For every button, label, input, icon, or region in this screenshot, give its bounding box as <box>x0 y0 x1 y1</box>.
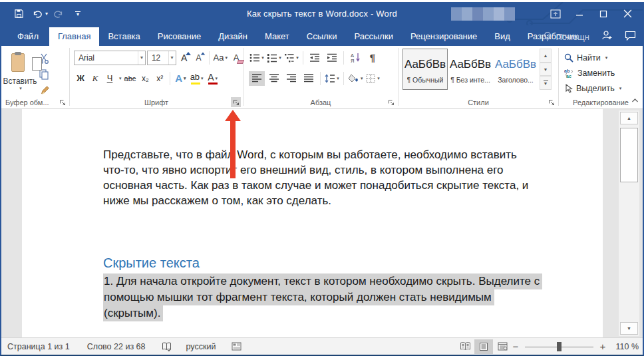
tab-view[interactable]: Вид <box>486 27 519 46</box>
font-name-combobox[interactable]: Arial ▾ <box>74 51 146 65</box>
styles-scroll-down-button[interactable]: ▼ <box>540 63 552 77</box>
selected-paragraph[interactable]: 1. Для начала откройте документ, текст в… <box>103 273 542 321</box>
print-layout-button[interactable] <box>474 339 493 354</box>
superscript-button[interactable]: x² <box>153 71 166 86</box>
align-left-button[interactable] <box>249 71 265 86</box>
font-dialog-launcher[interactable] <box>231 97 241 107</box>
redo-button[interactable] <box>51 6 67 22</box>
line-spacing-button[interactable]: ▾ <box>324 71 340 86</box>
read-mode-icon <box>460 342 471 351</box>
italic-button[interactable]: К <box>88 71 102 86</box>
undo-dropdown[interactable]: ▾ <box>45 11 48 17</box>
tab-layout[interactable]: Макет <box>256 27 298 46</box>
bullets-button[interactable]: ▾ <box>249 51 265 65</box>
clear-formatting-button[interactable]: А <box>230 51 243 65</box>
styles-dialog-launcher[interactable] <box>546 97 556 107</box>
align-center-button[interactable] <box>266 71 282 86</box>
change-case-button[interactable]: Аа▾ <box>212 51 228 65</box>
tab-references[interactable]: Ссылки <box>298 27 346 46</box>
collapse-ribbon-button[interactable] <box>631 96 639 105</box>
sort-button[interactable]: АЯ <box>347 51 363 65</box>
maximize-icon <box>599 10 607 18</box>
decrease-indent-button[interactable] <box>307 51 323 65</box>
bullet-list-icon <box>249 53 260 63</box>
undo-button[interactable] <box>29 6 45 22</box>
tab-file[interactable]: Файл <box>7 27 49 46</box>
ribbon-display-options-button[interactable] <box>546 5 565 23</box>
tab-design[interactable]: Дизайн <box>210 27 256 46</box>
underline-button[interactable]: Ч <box>103 71 116 86</box>
maximize-button[interactable] <box>593 5 613 23</box>
highlight-button[interactable]: ab▾ <box>189 71 205 86</box>
clipboard-dialog-launcher[interactable] <box>57 97 67 107</box>
zoom-level[interactable]: 110 % <box>608 342 639 351</box>
comments-button[interactable] <box>625 31 636 43</box>
word-count[interactable]: Слово 22 из 68 <box>87 342 146 351</box>
scroll-down-button[interactable]: ▼ <box>620 322 638 335</box>
chevron-down-icon: ▾ <box>605 55 608 61</box>
shrink-font-button[interactable]: А <box>192 51 206 65</box>
multilevel-list-button[interactable]: ▾ <box>283 51 299 65</box>
bold-button[interactable]: Ж <box>74 71 87 86</box>
replace-button[interactable]: abac Заменить <box>564 65 643 81</box>
justify-button[interactable] <box>301 71 317 86</box>
align-right-button[interactable] <box>283 71 299 86</box>
close-button[interactable] <box>617 5 637 23</box>
underline-dropdown[interactable]: ▾ <box>119 76 122 81</box>
paragraph-1[interactable]: Представьте, что в файл Word, с которым … <box>103 147 528 208</box>
scroll-up-button[interactable]: ▲ <box>620 112 638 124</box>
minimize-button[interactable] <box>569 5 589 23</box>
grow-font-button[interactable]: А <box>178 51 191 65</box>
save-button[interactable] <box>11 6 27 22</box>
tab-review[interactable]: Рецензирование <box>402 27 486 46</box>
style-heading1[interactable]: АаБбВв Заголово... <box>493 49 538 90</box>
proofing-book-icon <box>162 342 172 351</box>
share-button[interactable] <box>601 30 613 43</box>
styles-more-button[interactable]: ▼ <box>540 76 552 90</box>
show-formatting-marks-button[interactable]: ¶ <box>365 51 381 65</box>
find-button[interactable]: Найти ▾ <box>564 50 643 65</box>
tab-mailings[interactable]: Рассылки <box>346 27 402 46</box>
chevron-down-icon: ▾ <box>337 76 339 81</box>
font-color-button[interactable]: А▾ <box>206 71 220 86</box>
select-button[interactable]: Выделить ▾ <box>564 81 643 96</box>
numbering-button[interactable]: ▾ <box>266 51 282 65</box>
customize-qat-button[interactable]: ▾ <box>72 11 84 17</box>
paragraph-dialog-launcher[interactable] <box>386 97 396 107</box>
text-effects-button[interactable]: А▾ <box>174 71 187 86</box>
tab-draw[interactable]: Рисование <box>149 27 210 46</box>
macro-recording-button[interactable] <box>232 342 242 351</box>
status-bar: Страница 1 из 1 Слово 22 из 68 русский − <box>1 337 643 355</box>
proofing-status-button[interactable] <box>162 342 172 351</box>
styles-scroll-up-button[interactable]: ▲ <box>540 49 552 63</box>
document-heading[interactable]: Скрытие текста <box>103 256 200 271</box>
tell-me-control[interactable]: Помощн <box>544 31 589 42</box>
format-painter-button[interactable] <box>39 85 53 96</box>
zoom-slider-thumb[interactable] <box>557 342 562 351</box>
zoom-slider[interactable] <box>525 340 593 353</box>
increase-indent-button[interactable] <box>324 51 340 65</box>
style-no-spacing[interactable]: АаБбВв ¶ Без инте... <box>448 49 493 90</box>
subscript-button[interactable]: x₂ <box>138 71 152 86</box>
paragraph-line: основная часть. Как раз в таком случае и… <box>103 178 528 193</box>
chevron-down-icon: ▾ <box>138 51 143 65</box>
font-size-combobox[interactable]: 12 ▾ <box>147 51 176 65</box>
zoom-in-button[interactable]: + <box>599 341 607 352</box>
tab-insert[interactable]: Вставка <box>99 27 148 46</box>
page-indicator[interactable]: Страница 1 из 1 <box>7 342 70 351</box>
styles-group: АаБбВв ¶ Обычный АаБбВв ¶ Без инте... Аа… <box>399 46 558 108</box>
document-page[interactable]: Представьте, что в файл Word, с которым … <box>22 109 603 337</box>
borders-button[interactable]: ▾ <box>365 71 381 86</box>
shading-button[interactable]: ▾ <box>347 71 364 86</box>
paragraph-line: что-то, что явно испортит его внешний ви… <box>103 162 528 178</box>
vertical-scrollbar[interactable]: ▲ ▼ <box>619 110 639 336</box>
style-normal[interactable]: АаБбВв ¶ Обычный <box>402 49 448 90</box>
strikethrough-button[interactable]: abc <box>123 71 138 86</box>
language-indicator[interactable]: русский <box>186 342 216 351</box>
zoom-out-button[interactable]: − <box>512 341 520 352</box>
read-mode-button[interactable] <box>456 339 474 354</box>
scrollbar-thumb[interactable] <box>620 128 638 182</box>
tab-home[interactable]: Главная <box>49 27 99 46</box>
ribbon-tab-bar: Файл Главная Вставка Рисование Дизайн Ма… <box>1 25 643 46</box>
web-layout-button[interactable] <box>493 339 512 354</box>
